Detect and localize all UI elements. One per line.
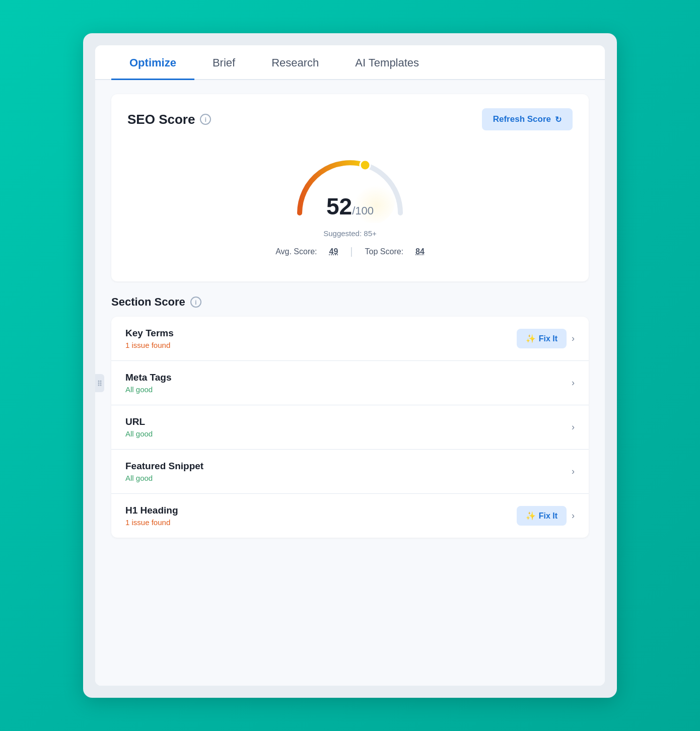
h1-heading-chevron-icon[interactable]: ›	[572, 510, 575, 521]
section-items-list: Key Terms 1 issue found ✨ Fix It ›	[111, 317, 589, 538]
refresh-score-button[interactable]: Refresh Score ↻	[482, 108, 573, 130]
key-terms-status: 1 issue found	[125, 341, 174, 349]
seo-score-card: SEO Score i Refresh Score ↻	[111, 94, 589, 281]
section-item-h1-heading: H1 Heading 1 issue found ✨ Fix It ›	[111, 494, 589, 538]
section-score-info-icon[interactable]: i	[190, 297, 201, 308]
gauge-denom: /100	[352, 204, 374, 217]
h1-heading-title: H1 Heading	[125, 505, 178, 516]
tab-research[interactable]: Research	[253, 45, 337, 80]
content-wrapper: SEO Score i Refresh Score ↻	[95, 80, 605, 686]
section-item-h1-heading-left: H1 Heading 1 issue found	[125, 505, 178, 527]
seo-score-header: SEO Score i Refresh Score ↻	[127, 108, 573, 130]
meta-tags-title: Meta Tags	[125, 372, 172, 383]
section-item-key-terms-left: Key Terms 1 issue found	[125, 328, 174, 349]
refresh-score-label: Refresh Score	[493, 114, 551, 124]
top-score-value[interactable]: 84	[415, 247, 425, 256]
tabs-bar: Optimize Brief Research AI Templates	[95, 45, 605, 80]
gauge-svg: 52/100	[285, 148, 415, 223]
gauge-score-number: 52	[326, 193, 352, 220]
tab-brief[interactable]: Brief	[194, 45, 253, 80]
svg-point-1	[100, 380, 102, 382]
url-chevron-icon[interactable]: ›	[572, 422, 575, 432]
featured-snippet-title: Featured Snippet	[125, 461, 203, 472]
section-item-key-terms: Key Terms 1 issue found ✨ Fix It ›	[111, 317, 589, 361]
section-item-meta-tags-left: Meta Tags All good	[125, 372, 172, 394]
main-content: SEO Score i Refresh Score ↻	[95, 80, 605, 686]
gauge-container: 52/100 Suggested: 85+ Avg. Score: 49 | T…	[127, 142, 573, 267]
gauge-suggested: Suggested: 85+	[323, 229, 377, 238]
key-terms-fix-button[interactable]: ✨ Fix It	[517, 329, 567, 348]
section-item-featured-snippet-right: ›	[572, 466, 575, 477]
tab-ai-templates[interactable]: AI Templates	[337, 45, 437, 80]
section-item-url-right: ›	[572, 422, 575, 432]
score-divider: |	[350, 246, 353, 257]
resize-handle[interactable]	[95, 374, 104, 392]
svg-point-3	[100, 382, 102, 384]
section-item-url-left: URL All good	[125, 416, 153, 438]
section-item-meta-tags: Meta Tags All good ›	[111, 361, 589, 405]
svg-point-7	[360, 160, 370, 170]
url-title: URL	[125, 416, 153, 427]
svg-point-4	[98, 384, 100, 386]
avg-score-label: Avg. Score:	[275, 247, 317, 256]
url-status: All good	[125, 429, 153, 438]
featured-snippet-status: All good	[125, 474, 203, 482]
section-item-meta-tags-right: ›	[572, 378, 575, 388]
tab-optimize[interactable]: Optimize	[111, 45, 194, 80]
inner-card: Optimize Brief Research AI Templates	[95, 45, 605, 686]
svg-point-0	[98, 380, 100, 382]
refresh-icon: ↻	[555, 115, 562, 124]
section-item-h1-heading-right: ✨ Fix It ›	[517, 506, 575, 526]
score-benchmarks: Avg. Score: 49 | Top Score: 84	[275, 246, 425, 257]
svg-point-2	[98, 382, 100, 384]
top-score-label: Top Score:	[365, 247, 403, 256]
svg-point-5	[100, 384, 102, 386]
seo-score-title-text: SEO Score	[127, 112, 195, 127]
section-score-header: Section Score i	[111, 296, 589, 309]
section-score-title: Section Score	[111, 296, 185, 309]
h1-heading-fix-button[interactable]: ✨ Fix It	[517, 506, 567, 526]
wand-icon-h1: ✨	[526, 511, 536, 521]
seo-score-title: SEO Score i	[127, 112, 211, 127]
key-terms-title: Key Terms	[125, 328, 174, 339]
section-item-key-terms-right: ✨ Fix It ›	[517, 329, 575, 348]
gauge-score-display: 52/100	[326, 195, 374, 218]
section-item-url: URL All good ›	[111, 405, 589, 450]
meta-tags-chevron-icon[interactable]: ›	[572, 378, 575, 388]
h1-heading-fix-label: Fix It	[539, 511, 557, 521]
section-item-featured-snippet-left: Featured Snippet All good	[125, 461, 203, 482]
meta-tags-status: All good	[125, 385, 172, 394]
h1-heading-status: 1 issue found	[125, 518, 178, 527]
avg-score-value[interactable]: 49	[329, 247, 338, 256]
seo-score-info-icon[interactable]: i	[200, 114, 211, 125]
key-terms-fix-label: Fix It	[539, 334, 557, 343]
featured-snippet-chevron-icon[interactable]: ›	[572, 466, 575, 477]
section-item-featured-snippet: Featured Snippet All good ›	[111, 450, 589, 494]
wand-icon-key-terms: ✨	[526, 334, 536, 343]
outer-card: Optimize Brief Research AI Templates	[83, 33, 617, 698]
key-terms-chevron-icon[interactable]: ›	[572, 333, 575, 344]
